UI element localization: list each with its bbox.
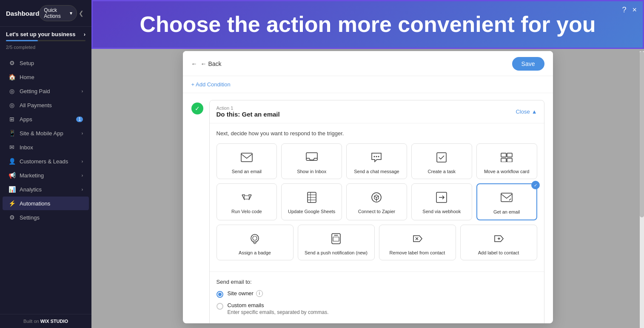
all-payments-icon: ◎ — [9, 102, 15, 108]
sidebar-item-settings[interactable]: ⚙Settings — [3, 211, 89, 224]
action-option-task[interactable]: Create a task — [411, 143, 472, 179]
sidebar-logo: Dashboard — [6, 10, 39, 17]
action-option-zapier[interactable]: Connect to Zapier — [346, 183, 407, 220]
chat-icon — [369, 150, 384, 165]
action-option-send-email[interactable]: Send an email — [217, 143, 277, 179]
setup-title[interactable]: Let's set up your business › — [6, 31, 85, 37]
action-option-label: Send an email — [232, 168, 262, 174]
modal-topbar: ← ← Back Save — [183, 51, 553, 76]
sidebar-item-home[interactable]: 🏠Home — [3, 70, 89, 84]
action-option-velo[interactable]: Run Velo code — [217, 183, 277, 220]
action-grid-row2: Run Velo code — [217, 183, 537, 220]
quick-actions-label: Quick Actions — [44, 7, 67, 19]
inbox-icon — [304, 150, 319, 165]
action-option-label: Update Google Sheets — [288, 208, 335, 214]
marketing-icon: 📢 — [9, 172, 15, 179]
customers-icon: 👤 — [9, 158, 15, 165]
radio-custom-emails-button[interactable] — [217, 303, 223, 310]
send-email-label: Send email to: — [217, 279, 537, 285]
modal-container: ← ← Back Save + Add Condition ✓ Action 1 — [91, 0, 644, 328]
banner-close-button[interactable]: × — [632, 6, 637, 14]
action-option-add-label[interactable]: Add label to contact — [460, 225, 537, 260]
inbox-icon: ✉ — [9, 144, 15, 151]
push-icon — [328, 231, 344, 246]
svg-rect-10 — [244, 196, 249, 199]
analytics-icon: 📊 — [9, 186, 15, 193]
action-option-get-email[interactable]: ✓ Get an email — [476, 183, 537, 220]
svg-point-19 — [251, 234, 259, 242]
radio-custom-emails[interactable]: Custom emails Enter specific emails, sep… — [217, 302, 537, 315]
scrollbar-track[interactable] — [640, 51, 644, 328]
sidebar-item-analytics[interactable]: 📊Analytics› — [3, 183, 89, 196]
back-button[interactable]: ← ← Back — [191, 60, 222, 67]
action-card-header: Action 1 Do this: Get an email Close ▲ — [210, 100, 544, 123]
sidebar-item-apps[interactable]: ⊞Apps1 — [3, 112, 89, 126]
chevron-right-icon: › — [82, 159, 83, 164]
sidebar-item-label: Settings — [20, 214, 40, 221]
svg-rect-0 — [241, 153, 252, 162]
sidebar-item-all-payments[interactable]: ◎All Payments — [3, 98, 89, 112]
custom-emails-label: Custom emails — [228, 302, 329, 308]
save-button[interactable]: Save — [512, 57, 544, 71]
sidebar-item-label: All Payments — [20, 102, 52, 108]
action-card: Action 1 Do this: Get an email Close ▲ N… — [209, 100, 544, 323]
sidebar-item-label: Home — [20, 74, 34, 80]
sidebar-item-site-mobile[interactable]: 📱Site & Mobile App› — [3, 126, 89, 140]
sidebar-item-label: Site & Mobile App — [20, 130, 63, 137]
svg-point-20 — [253, 236, 257, 240]
sidebar-item-automations[interactable]: ⚡Automations — [3, 197, 89, 210]
action-option-show-inbox[interactable]: Show in Inbox — [281, 143, 342, 179]
radio-site-owner-button[interactable] — [217, 291, 223, 298]
sidebar-item-marketing[interactable]: 📢Marketing› — [3, 168, 89, 182]
action-close-button[interactable]: Close ▲ — [516, 108, 537, 115]
action-option-label: Move a workflow card — [484, 168, 529, 174]
sidebar-item-label: Setup — [20, 60, 34, 66]
svg-rect-22 — [333, 237, 339, 241]
banner-question-icon[interactable]: ? — [622, 6, 626, 14]
action-check-icon: ✓ — [191, 103, 203, 114]
brand-label: WIX STUDIO — [40, 319, 68, 324]
action-option-badge[interactable]: Assign a badge — [217, 225, 294, 260]
radio-site-owner[interactable]: Site owner i — [217, 290, 537, 298]
action-header-left: Action 1 Do this: Get an email — [217, 106, 280, 118]
chevron-right-icon: › — [82, 89, 83, 94]
nav-badge: 1 — [76, 117, 83, 122]
velo-icon — [239, 190, 254, 205]
radio-custom-emails-content: Custom emails Enter specific emails, sep… — [228, 302, 329, 315]
sidebar-item-label: Inbox — [20, 144, 33, 151]
action-option-push[interactable]: Send a push notification (new) — [298, 225, 375, 260]
sidebar-item-customers[interactable]: 👤Customers & Leads› — [3, 154, 89, 168]
action-option-sheets[interactable]: Update Google Sheets — [281, 183, 342, 220]
sidebar-item-label: Analytics — [20, 186, 42, 193]
custom-emails-sub: Enter specific emails, separated by comm… — [228, 309, 329, 315]
action-option-remove-label[interactable]: Remove label from contact — [379, 225, 456, 260]
action-option-label: Show in Inbox — [297, 168, 326, 174]
add-label-icon — [491, 231, 506, 246]
svg-rect-18 — [501, 193, 512, 202]
action-number: Action 1 — [217, 106, 280, 111]
setup-section: Let's set up your business › 2/5 complet… — [0, 27, 91, 53]
action-grid-row1: Send an email Show in — [217, 143, 537, 179]
quick-actions-button[interactable]: Quick Actions ▾ — [39, 5, 77, 21]
svg-point-4 — [378, 156, 379, 157]
sheets-icon — [304, 190, 319, 205]
chevron-right-icon: › — [84, 31, 85, 37]
scrollbar-thumb[interactable] — [640, 51, 644, 217]
action-option-chat[interactable]: Send a chat message — [346, 143, 407, 179]
svg-rect-9 — [507, 158, 512, 162]
banner-title: Choose the action more convenient for yo… — [140, 12, 596, 37]
send-email-section: Send email to: Site owner i — [210, 271, 544, 323]
chevron-right-icon: › — [82, 131, 83, 136]
action-close-label: Close — [516, 108, 530, 115]
sidebar-item-getting-paid[interactable]: ◎Getting Paid› — [3, 84, 89, 98]
info-icon[interactable]: i — [256, 290, 263, 297]
sidebar-item-setup[interactable]: ⚙Setup — [3, 56, 89, 70]
sidebar-item-inbox[interactable]: ✉Inbox — [3, 140, 89, 154]
collapse-icon: ❮ — [79, 10, 84, 17]
add-condition-button[interactable]: + Add Condition — [183, 76, 553, 93]
banner-overlay: Choose the action more convenient for yo… — [91, 0, 644, 49]
chevron-right-icon: › — [82, 187, 83, 192]
sidebar-collapse-button[interactable]: ❮ — [77, 8, 85, 18]
action-option-workflow[interactable]: Move a workflow card — [476, 143, 537, 179]
action-option-webhook[interactable]: Send via webhook — [411, 183, 472, 220]
